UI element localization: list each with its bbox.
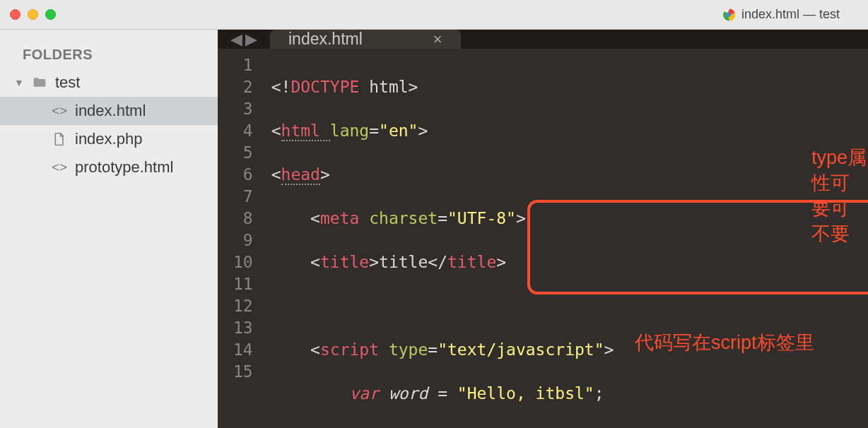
- code-file-icon: <>: [51, 103, 68, 119]
- line-number: 9: [233, 230, 253, 251]
- line-number: 5: [233, 142, 253, 164]
- zoom-window-button[interactable]: [45, 9, 56, 20]
- window-title-text: index.html — test: [741, 7, 840, 22]
- line-number: 13: [233, 317, 253, 339]
- editor-area: ◀ ▶ index.html × 1 2 3 4 5 6 7 8 9 10 11: [218, 30, 868, 428]
- file-type-icon: [723, 8, 736, 21]
- code-line: var word = "Hello, itbsl";: [271, 383, 614, 405]
- tab-label: index.html: [288, 30, 363, 49]
- line-number: 10: [233, 251, 253, 273]
- window-title: index.html — test: [723, 7, 840, 22]
- file-row-index-php[interactable]: index.php: [0, 125, 218, 153]
- tab-index-html[interactable]: index.html ×: [270, 30, 461, 49]
- nav-arrows: ◀ ▶: [218, 30, 270, 49]
- generic-file-icon: [51, 131, 68, 147]
- line-number: 15: [233, 361, 253, 383]
- minimize-window-button[interactable]: [28, 9, 38, 20]
- close-window-button[interactable]: [10, 9, 20, 20]
- file-row-prototype-html[interactable]: <> prototype.html: [0, 153, 218, 182]
- nav-back-icon[interactable]: ◀: [230, 30, 242, 49]
- code-line: <head>: [271, 164, 614, 186]
- code-line: <html lang="en">: [271, 120, 614, 142]
- line-number: 4: [233, 120, 253, 142]
- line-number: 3: [233, 98, 253, 120]
- code-file-icon: <>: [51, 160, 68, 175]
- folder-row-test[interactable]: ▼ test: [0, 69, 218, 97]
- code-line: [271, 295, 614, 317]
- folder-icon: [31, 76, 48, 90]
- line-number: 2: [233, 76, 253, 98]
- line-number: 6: [233, 164, 253, 186]
- code-line: <script type="text/javascript">: [271, 339, 614, 361]
- sidebar-header: FOLDERS: [0, 47, 218, 69]
- close-tab-icon[interactable]: ×: [433, 30, 442, 49]
- window-titlebar: index.html — test: [0, 0, 868, 30]
- folder-label: test: [55, 73, 80, 92]
- line-number: 8: [233, 208, 253, 230]
- nav-forward-icon[interactable]: ▶: [245, 30, 257, 49]
- file-label: prototype.html: [75, 158, 173, 177]
- file-row-index-html[interactable]: <> index.html: [0, 97, 218, 125]
- line-number: 12: [233, 295, 253, 317]
- line-number: 14: [233, 339, 253, 361]
- annotation-type-attribute: type属性可要可不要: [811, 145, 868, 246]
- line-number: 1: [233, 54, 253, 76]
- folder-sidebar: FOLDERS ▼ test <> index.html index.php <…: [0, 30, 218, 428]
- annotation-script-tag: 代码写在script标签里: [635, 330, 814, 355]
- file-label: index.php: [75, 130, 142, 148]
- code-editor[interactable]: <!DOCTYPE html> <html lang="en"> <head> …: [263, 49, 614, 428]
- traffic-lights: [0, 9, 56, 20]
- code-line: <!DOCTYPE html>: [271, 76, 614, 98]
- code-line: <meta charset="UTF-8">: [271, 208, 614, 230]
- tab-bar: ◀ ▶ index.html ×: [218, 30, 868, 49]
- code-line: <title>title</title>: [271, 251, 614, 273]
- disclosure-triangle-icon[interactable]: ▼: [14, 77, 24, 88]
- line-number: 7: [233, 186, 253, 208]
- file-label: index.html: [75, 102, 146, 120]
- line-number-gutter: 1 2 3 4 5 6 7 8 9 10 11 12 13 14 15: [218, 49, 263, 428]
- line-number: 11: [233, 273, 253, 295]
